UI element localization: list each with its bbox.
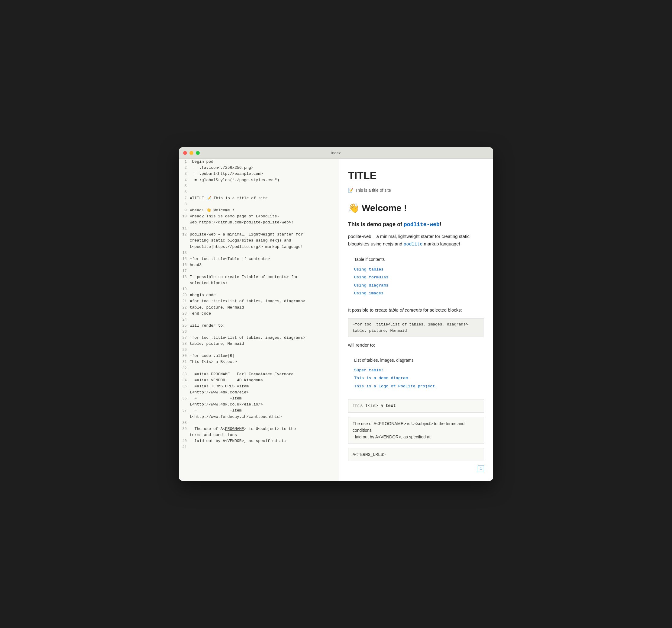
line-content: =end code: [190, 311, 339, 317]
will-render-text: will render to:: [348, 342, 484, 349]
line-content: =TITLE 📝 This is a title of site: [190, 195, 339, 201]
line-content: =alias PROGNAME Earl Irradiatem Evermore: [190, 371, 339, 377]
code-line: 37 = =itemL<http://www.fordecay.ch/cantt…: [179, 408, 339, 420]
code-line: 4 = :globalStyles("./page.styles.css"): [179, 177, 339, 183]
line-num: 4: [179, 177, 190, 183]
window-controls[interactable]: [183, 151, 200, 155]
code-line: 23 =end code: [179, 311, 339, 317]
toc1-list: Using tables Using formulas Using diagra…: [354, 266, 478, 297]
code-line: 21 =for toc :title<List of tables, image…: [179, 298, 339, 304]
line-num: 37: [179, 408, 190, 420]
line-content: = :favicon<./256x256.png>: [190, 165, 339, 171]
alias-box: The use of A<PROGNAME> is U<subject> to …: [348, 417, 484, 444]
line-num: 32: [179, 365, 190, 371]
code-line: 32: [179, 365, 339, 371]
toc1-link-2[interactable]: Using formulas: [354, 275, 388, 280]
code-line: 13: [179, 250, 339, 256]
code-line: 27 =for toc :title<List of tables, image…: [179, 335, 339, 341]
line-num: 40: [179, 438, 190, 444]
toc-box-1: Table if contents Using tables Using for…: [348, 252, 484, 301]
line-content: [190, 250, 339, 256]
preview-h1: TITLE: [348, 167, 484, 183]
list-item: Using tables: [354, 266, 478, 273]
line-num: 5: [179, 183, 190, 189]
h3-link[interactable]: podlite-web: [404, 222, 440, 228]
line-num: 26: [179, 329, 190, 335]
h2-emoji: 👋: [348, 203, 362, 213]
line-content: [190, 329, 339, 335]
line-content: The use of A<PROGNAME> is U<subject> to …: [190, 426, 339, 438]
line-num: 33: [179, 371, 190, 377]
line-content: table, picture, Mermaid: [190, 341, 339, 347]
editor-pane[interactable]: 1 =begin pod 2 = :favicon<./256x256.png>…: [179, 159, 339, 481]
toc2-link-1[interactable]: Super table!: [354, 368, 383, 373]
line-content: will render to:: [190, 323, 339, 329]
line-content: = :puburl<http://example.com>: [190, 171, 339, 177]
line-num: 6: [179, 189, 190, 195]
code-line: 31 This I<is> a B<text>: [179, 359, 339, 365]
code-line: 24: [179, 317, 339, 323]
code-line: 3 = :puburl<http://example.com>: [179, 171, 339, 177]
page-number: 1: [478, 466, 484, 472]
line-content: table, picture, Mermaid: [190, 305, 339, 311]
line-content: =alias TERMS_URLS =itemL<http://www.4dk.…: [190, 383, 339, 396]
content-area: 1 =begin pod 2 = :favicon<./256x256.png>…: [179, 159, 493, 481]
line-num: 2: [179, 165, 190, 171]
h3-intro: This is demo page of: [348, 221, 404, 227]
code-line: 25 will render to:: [179, 323, 339, 329]
toc2-link-2[interactable]: This is a demo diagram: [354, 376, 408, 380]
podlite-link[interactable]: podlite: [403, 242, 423, 247]
line-content: laid out by A<VENDOR>, as specified at:: [190, 438, 339, 444]
toc2-title: List of tables, images, diagrams: [354, 357, 478, 363]
line-content: =for code :allow(B): [190, 353, 339, 359]
code-line: 11: [179, 226, 339, 232]
line-num: 29: [179, 347, 190, 353]
code-line: 34 =alias VENDOR 4D Kingdoms: [179, 377, 339, 383]
line-content: [190, 317, 339, 323]
code-line: 19: [179, 286, 339, 292]
code-line: 2 = :favicon<./256x256.png>: [179, 165, 339, 171]
code-line: 16 head3: [179, 262, 339, 268]
code-line: 22 table, picture, Mermaid: [179, 305, 339, 311]
line-num: 39: [179, 426, 190, 438]
line-content: =head2 This is demo page of L<podlite-we…: [190, 213, 339, 226]
maximize-button[interactable]: [196, 151, 200, 155]
toc1-link-1[interactable]: Using tables: [354, 267, 383, 272]
line-content: [190, 201, 339, 207]
code-line: 12 podlite-web – a minimal, lightweight …: [179, 232, 339, 250]
line-content: [190, 226, 339, 232]
code-line: 20 =begin code: [179, 292, 339, 298]
line-content: = =itemL<http://www.4dk.co.uk/eie.io/>: [190, 396, 339, 408]
line-num: 30: [179, 353, 190, 359]
list-item: Using formulas: [354, 273, 478, 281]
preview-title-meta: 📝 This is a title of site: [348, 187, 484, 194]
toc1-title: Table if contents: [354, 256, 478, 263]
line-num: 19: [179, 286, 190, 292]
toc1-link-4[interactable]: Using images: [354, 291, 383, 296]
line-content: =begin code: [190, 292, 339, 298]
line-num: 16: [179, 262, 190, 268]
code-line: 15 =for toc :title<Table if contents>: [179, 256, 339, 262]
line-num: 27: [179, 335, 190, 341]
line-num: 18: [179, 274, 190, 286]
code-line: 9 =head1 👋 Welcome !: [179, 207, 339, 213]
code-line: 35 =alias TERMS_URLS =itemL<http://www.4…: [179, 383, 339, 396]
code-line: 33 =alias PROGNAME Earl Irradiatem Everm…: [179, 371, 339, 377]
minimize-button[interactable]: [189, 151, 193, 155]
line-num: 11: [179, 226, 190, 232]
code-line: 10 =head2 This is demo page of L<podlite…: [179, 213, 339, 226]
line-num: 10: [179, 213, 190, 226]
toc1-link-3[interactable]: Using diagrams: [354, 283, 388, 288]
line-content: [190, 444, 339, 450]
line-content: [190, 420, 339, 426]
line-num: 35: [179, 383, 190, 396]
line-num: 34: [179, 377, 190, 383]
line-num: 20: [179, 292, 190, 298]
list-item: This is a demo diagram: [354, 374, 478, 382]
close-button[interactable]: [183, 151, 187, 155]
line-content: =alias VENDOR 4D Kingdoms: [190, 377, 339, 383]
toc2-link-3[interactable]: This is a logo of Podlite project.: [354, 384, 437, 388]
line-content: [190, 268, 339, 274]
code-line: 41: [179, 444, 339, 450]
preview-pane: TITLE 📝 This is a title of site 👋 Welcom…: [339, 159, 493, 481]
